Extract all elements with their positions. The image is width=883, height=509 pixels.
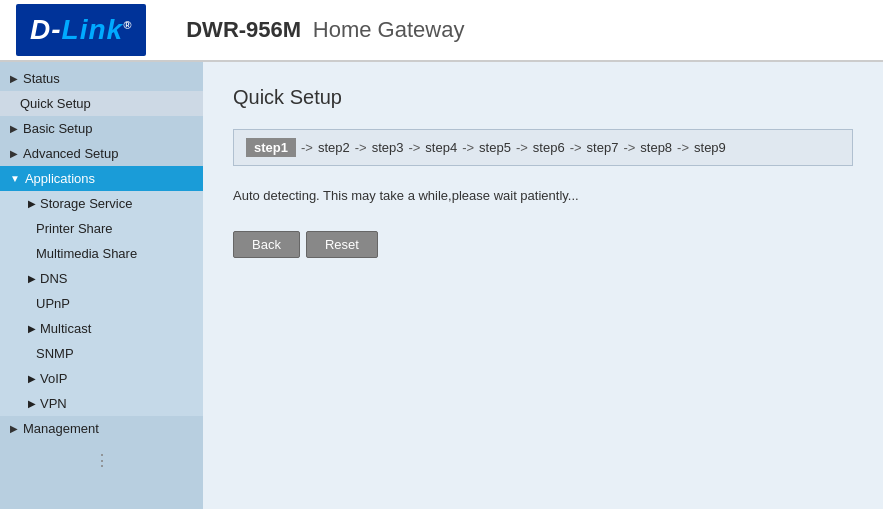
arrow-6-7: -> [570, 140, 582, 155]
page-title: Quick Setup [233, 86, 853, 109]
sidebar-item-multicast[interactable]: ▶ Multicast [0, 316, 203, 341]
multicast-arrow-icon: ▶ [28, 323, 36, 334]
sidebar-label-applications: Applications [25, 171, 95, 186]
management-arrow-icon: ▶ [10, 423, 18, 434]
sidebar-item-voip[interactable]: ▶ VoIP [0, 366, 203, 391]
sidebar-label-basic-setup: Basic Setup [23, 121, 92, 136]
sidebar-item-management[interactable]: ▶ Management [0, 416, 203, 441]
arrow-5-6: -> [516, 140, 528, 155]
sidebar-item-dns[interactable]: ▶ DNS [0, 266, 203, 291]
step-7[interactable]: step7 [587, 140, 619, 155]
buttons-row: Back Reset [233, 231, 853, 258]
sidebar-label-upnp: UPnP [36, 296, 70, 311]
sidebar-bottom-indicator: ⋮ [0, 441, 203, 480]
content-area: Quick Setup step1 -> step2 -> step3 -> s… [203, 62, 883, 509]
sidebar-item-basic-setup[interactable]: ▶ Basic Setup [0, 116, 203, 141]
header: D-Link® DWR-956M Home Gateway [0, 0, 883, 62]
sidebar-label-quick-setup: Quick Setup [20, 96, 91, 111]
sidebar-label-advanced-setup: Advanced Setup [23, 146, 118, 161]
step-9[interactable]: step9 [694, 140, 726, 155]
sidebar-item-quick-setup[interactable]: Quick Setup [0, 91, 203, 116]
dns-arrow-icon: ▶ [28, 273, 36, 284]
sidebar: ▶ Status Quick Setup ▶ Basic Setup ▶ Adv… [0, 62, 203, 509]
sidebar-item-advanced-setup[interactable]: ▶ Advanced Setup [0, 141, 203, 166]
voip-arrow-icon: ▶ [28, 373, 36, 384]
sidebar-label-status: Status [23, 71, 60, 86]
applications-arrow-icon: ▼ [10, 173, 20, 184]
logo-area: D-Link® [16, 4, 146, 56]
step-6[interactable]: step6 [533, 140, 565, 155]
arrow-8-9: -> [677, 140, 689, 155]
storage-arrow-icon: ▶ [28, 198, 36, 209]
sidebar-label-vpn: VPN [40, 396, 67, 411]
sidebar-item-status[interactable]: ▶ Status [0, 66, 203, 91]
arrow-7-8: -> [623, 140, 635, 155]
step-8[interactable]: step8 [640, 140, 672, 155]
device-title: DWR-956M Home Gateway [186, 17, 464, 43]
reset-button[interactable]: Reset [306, 231, 378, 258]
device-model: DWR-956M [186, 17, 301, 42]
arrow-3-4: -> [408, 140, 420, 155]
logo-text: D-Link® [30, 14, 132, 46]
sidebar-label-snmp: SNMP [36, 346, 74, 361]
sidebar-label-multicast: Multicast [40, 321, 91, 336]
status-message: Auto detecting. This may take a while,pl… [233, 184, 853, 207]
step-3[interactable]: step3 [372, 140, 404, 155]
basic-setup-arrow-icon: ▶ [10, 123, 18, 134]
arrow-1-2: -> [301, 140, 313, 155]
step-4[interactable]: step4 [425, 140, 457, 155]
step-2[interactable]: step2 [318, 140, 350, 155]
sidebar-item-vpn[interactable]: ▶ VPN [0, 391, 203, 416]
arrow-2-3: -> [355, 140, 367, 155]
sidebar-item-upnp[interactable]: UPnP [0, 291, 203, 316]
steps-container: step1 -> step2 -> step3 -> step4 -> step… [233, 129, 853, 166]
status-arrow-icon: ▶ [10, 73, 18, 84]
sidebar-label-printer-share: Printer Share [36, 221, 113, 236]
sidebar-label-storage-service: Storage Service [40, 196, 133, 211]
logo-dash: - [51, 14, 61, 45]
arrow-4-5: -> [462, 140, 474, 155]
sidebar-label-dns: DNS [40, 271, 67, 286]
sidebar-label-multimedia-share: Multimedia Share [36, 246, 137, 261]
sidebar-item-printer-share[interactable]: Printer Share [0, 216, 203, 241]
vpn-arrow-icon: ▶ [28, 398, 36, 409]
main-layout: ▶ Status Quick Setup ▶ Basic Setup ▶ Adv… [0, 62, 883, 509]
step-5[interactable]: step5 [479, 140, 511, 155]
logo-d: D [30, 14, 51, 45]
sidebar-label-management: Management [23, 421, 99, 436]
logo-link: Link [62, 14, 124, 45]
advanced-setup-arrow-icon: ▶ [10, 148, 18, 159]
device-subtitle: Home Gateway [313, 17, 465, 42]
sidebar-label-voip: VoIP [40, 371, 67, 386]
sidebar-item-snmp[interactable]: SNMP [0, 341, 203, 366]
sidebar-item-storage-service[interactable]: ▶ Storage Service [0, 191, 203, 216]
logo-reg: ® [123, 19, 132, 31]
back-button[interactable]: Back [233, 231, 300, 258]
step-1[interactable]: step1 [246, 138, 296, 157]
sidebar-item-applications[interactable]: ▼ Applications [0, 166, 203, 191]
sidebar-item-multimedia-share[interactable]: Multimedia Share [0, 241, 203, 266]
